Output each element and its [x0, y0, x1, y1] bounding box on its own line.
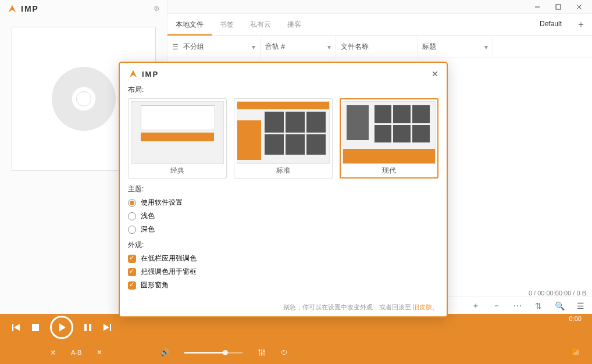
appearance-accent-lowbar[interactable]: 在低栏应用强调色	[128, 254, 438, 263]
logo-icon	[128, 69, 138, 79]
svg-rect-5	[12, 324, 13, 331]
checkbox-icon	[128, 268, 136, 276]
svg-point-18	[263, 351, 265, 352]
add-button[interactable]: ＋	[469, 299, 483, 313]
group-label: 不分组	[183, 42, 204, 52]
title-column[interactable]: 标题 ▾	[418, 36, 493, 58]
layout-thumb-standard	[237, 101, 330, 164]
appearance-label-lowbar: 在低栏应用强调色	[141, 254, 197, 263]
theme-label-light: 浅色	[141, 211, 155, 221]
status-text: 0 / 00:00:00:00 / 0 B	[529, 290, 586, 297]
layout-options: 经典 标准 现代	[128, 98, 438, 179]
dialog-logo-text: IMP	[142, 70, 159, 78]
layout-thumb-classic	[131, 101, 224, 164]
minimize-button[interactable]	[527, 1, 548, 13]
tab-bookmarks[interactable]: 书签	[212, 14, 242, 35]
svg-point-17	[261, 353, 263, 355]
appearance-label-frame: 把强调色用于窗框	[141, 267, 197, 277]
search-button[interactable]: 🔍	[552, 299, 566, 313]
volume-slider[interactable]	[184, 352, 242, 354]
playlist-default[interactable]: Default	[532, 14, 570, 35]
pause-button[interactable]	[84, 323, 92, 331]
layout-section-label: 布局:	[128, 85, 438, 95]
filename-label: 文件名称	[341, 42, 369, 52]
radio-icon	[128, 226, 136, 234]
theme-option-light[interactable]: 浅色	[128, 211, 438, 221]
next-button[interactable]	[102, 323, 112, 332]
play-button[interactable]	[50, 316, 73, 339]
layout-classic[interactable]: 经典	[128, 98, 227, 179]
volume-icon[interactable]: 🔊	[161, 348, 169, 356]
radio-icon	[128, 199, 136, 207]
filter-bar: ☰ 不分组 ▾ 音轨 # ▾ 文件名称 标题 ▾	[167, 36, 592, 58]
player-transport: 0:00	[0, 314, 592, 341]
theme-label-software: 使用软件设置	[141, 198, 183, 208]
equalizer-button[interactable]	[258, 348, 266, 356]
layout-standard[interactable]: 标准	[234, 98, 333, 179]
maximize-button[interactable]	[548, 1, 569, 13]
theme-option-dark[interactable]: 深色	[128, 224, 438, 234]
tab-private-cloud[interactable]: 私有云	[242, 14, 279, 35]
footer-text-b: 。	[432, 304, 438, 311]
logo-icon	[7, 3, 17, 14]
radio-icon	[128, 212, 136, 220]
checkbox-icon	[128, 255, 136, 263]
group-select[interactable]: ☰ 不分组 ▾	[167, 36, 261, 58]
filter-icon: ▾	[484, 43, 488, 51]
layout-thumb-modern	[343, 101, 436, 164]
footer-rollback-link[interactable]: 旧皮肤	[413, 304, 432, 311]
svg-rect-10	[89, 324, 91, 331]
disc-icon	[52, 67, 116, 131]
layout-label-standard: 标准	[237, 166, 330, 176]
checkbox-icon	[128, 281, 136, 290]
title-label: 标题	[422, 42, 436, 52]
stop-button[interactable]	[31, 323, 40, 331]
ab-repeat-button[interactable]: A-B	[71, 349, 81, 356]
svg-marker-19	[130, 70, 137, 78]
track-label: 音轨 #	[265, 42, 285, 52]
appearance-section-label: 外观:	[128, 240, 438, 250]
theme-option-software[interactable]: 使用软件设置	[128, 198, 438, 208]
add-playlist-button[interactable]: ＋	[570, 14, 592, 35]
previous-button[interactable]	[12, 323, 21, 332]
appearance-rounded[interactable]: 圆形窗角	[128, 280, 438, 290]
appearance-label-rounded: 圆形窗角	[141, 280, 169, 290]
menu-button[interactable]: ☰	[573, 299, 587, 313]
svg-point-16	[259, 350, 261, 352]
svg-marker-6	[14, 324, 20, 331]
chevron-down-icon: ▾	[252, 43, 255, 51]
tab-podcast[interactable]: 播客	[279, 14, 309, 35]
sort-button[interactable]: ⇅	[532, 299, 545, 313]
appearance-accent-frame[interactable]: 把强调色用于窗框	[128, 267, 438, 277]
tabs: 本地文件 书签 私有云 播客 Default ＋	[167, 14, 592, 36]
close-icon[interactable]: ✕	[431, 69, 438, 78]
svg-rect-2	[556, 5, 561, 9]
svg-marker-8	[59, 323, 66, 331]
logo-row: IMP ⚙	[0, 0, 167, 17]
gear-icon[interactable]: ⚙	[154, 5, 160, 13]
remove-button[interactable]: －	[490, 299, 504, 313]
player-time: 0:00	[569, 315, 582, 322]
burger-icon: ☰	[172, 43, 179, 51]
player-bar: 0:00 ⤨ A-B ✕ 🔊 ⏲ 📶	[0, 314, 592, 364]
svg-rect-7	[32, 324, 39, 331]
svg-marker-11	[104, 324, 109, 331]
svg-marker-0	[9, 5, 16, 13]
dialog-footer: 别急，你可以在设置中改变外观，或者回滚至 旧皮肤。	[283, 303, 438, 312]
footer-text-a: 别急，你可以在设置中改变外观，或者回滚至	[283, 304, 411, 311]
broadcast-icon[interactable]: 📶	[572, 348, 580, 356]
shuffle-button[interactable]: ⤨	[50, 348, 56, 356]
layout-label-modern: 现代	[343, 166, 436, 176]
filename-column[interactable]: 文件名称	[336, 36, 418, 58]
more-button[interactable]: ⋯	[511, 299, 525, 313]
close-button[interactable]	[569, 1, 590, 13]
theme-label-dark: 深色	[141, 224, 155, 234]
layout-label-classic: 经典	[131, 166, 224, 176]
timer-button[interactable]: ⏲	[281, 348, 288, 356]
crossfade-button[interactable]: ✕	[97, 348, 102, 356]
tab-local-files[interactable]: 本地文件	[167, 14, 212, 35]
track-column[interactable]: 音轨 # ▾	[261, 36, 336, 58]
layout-modern[interactable]: 现代	[340, 98, 438, 179]
svg-rect-9	[84, 324, 87, 331]
svg-rect-12	[110, 324, 111, 331]
